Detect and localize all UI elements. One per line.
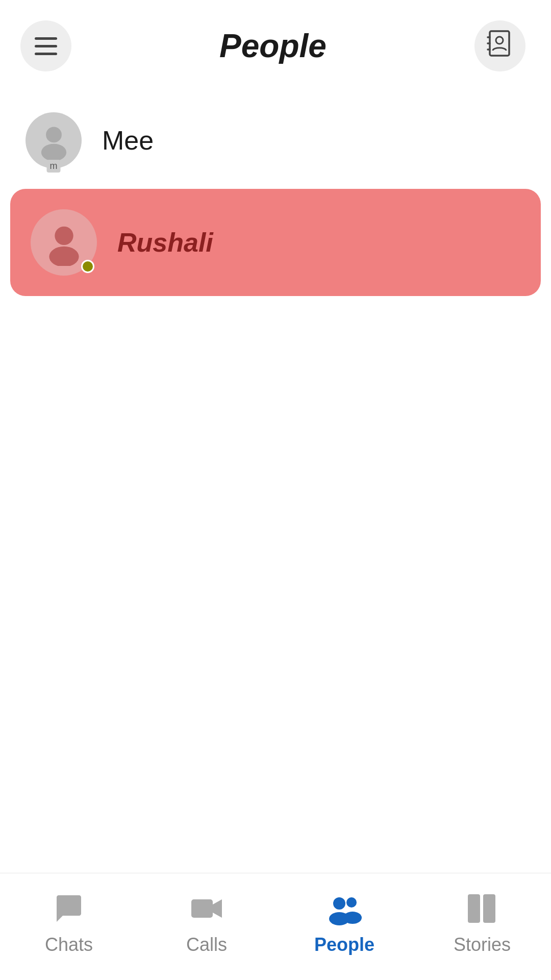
svg-point-8 [49,246,79,265]
svg-point-13 [343,912,362,924]
page-title: People [219,27,327,65]
contact-item-rushali[interactable]: Rushali [10,189,541,296]
svg-point-7 [55,226,73,244]
stories-icon [462,888,503,929]
svg-point-5 [46,127,62,142]
nav-label-people: People [314,934,374,955]
nav-item-people[interactable]: People [276,888,413,955]
contact-item-mee[interactable]: m Mee [0,97,551,184]
nav-label-chats: Chats [45,934,93,955]
contact-name-rushali: Rushali [117,227,213,258]
header: People [0,0,551,87]
contacts-button[interactable] [474,20,525,71]
svg-rect-9 [191,899,213,918]
avatar-rushali [31,209,97,276]
svg-rect-14 [468,894,480,923]
bottom-nav: Chats Calls People [0,873,551,980]
nav-item-stories[interactable]: Stories [413,888,551,955]
online-status-rushali [81,260,94,273]
nav-label-calls: Calls [186,934,227,955]
svg-point-4 [496,37,503,44]
svg-point-6 [41,143,66,160]
contact-name-mee: Mee [102,125,154,156]
video-camera-icon [186,888,227,929]
avatar-label-mee: m [47,160,61,173]
avatar-mee: m [26,112,82,168]
contacts-icon [486,29,514,63]
contact-list: m Mee Rushali [0,87,551,311]
nav-label-stories: Stories [454,934,511,955]
hamburger-icon [35,37,57,55]
nav-item-chats[interactable]: Chats [0,888,138,955]
chat-bubble-icon [48,888,89,929]
svg-point-10 [333,897,345,910]
nav-item-calls[interactable]: Calls [138,888,276,955]
people-icon [324,888,365,929]
menu-button[interactable] [20,20,71,71]
svg-point-12 [346,897,357,908]
svg-rect-15 [483,894,495,923]
